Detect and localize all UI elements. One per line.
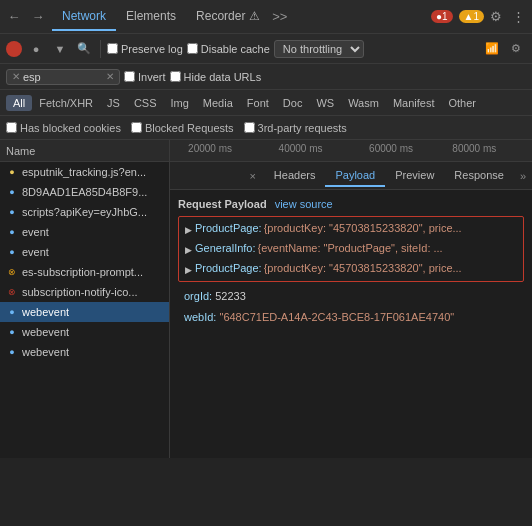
network-toolbar: ● ▼ 🔍 Preserve log Disable cache No thro…: [0, 34, 532, 64]
third-party-checkbox[interactable]: [244, 122, 255, 133]
type-js[interactable]: JS: [100, 95, 127, 111]
filter-icon[interactable]: ▼: [50, 39, 70, 59]
tab-elements[interactable]: Elements: [116, 3, 186, 31]
payload-val-3: {productKey: "45703815233820", price...: [264, 260, 462, 276]
payload-val-2: {eventName: "ProductPage", siteId: ...: [258, 240, 443, 256]
search-box: ✕ esp ✕: [6, 69, 120, 85]
tab-network[interactable]: Network: [52, 3, 116, 31]
warn-file-icon: ⊗: [6, 266, 18, 278]
generic-file-icon: ●: [6, 246, 18, 258]
invert-checkbox[interactable]: [124, 71, 135, 82]
payload-row: ▶ GeneralInfo: {eventName: "ProductPage"…: [183, 239, 519, 259]
payload-title: Request Payload view source: [178, 198, 524, 210]
list-item[interactable]: ● event: [0, 222, 169, 242]
generic-file-icon: ●: [6, 326, 18, 338]
payload-row: ▶ ProductPage: {productKey: "45703815233…: [183, 259, 519, 279]
generic-file-icon: ●: [6, 226, 18, 238]
settings-icon[interactable]: ⚙: [486, 7, 506, 27]
payload-row: ▶ ProductPage: {productKey: "45703815233…: [183, 219, 519, 239]
warn-badge: ▲1: [459, 10, 484, 23]
more-detail-tabs[interactable]: »: [514, 166, 532, 186]
timeline-header: Name 20000 ms 40000 ms 60000 ms 80000 ms: [0, 140, 532, 162]
third-party-label[interactable]: 3rd-party requests: [244, 122, 347, 134]
divider-1: [100, 40, 101, 58]
forward-icon[interactable]: →: [28, 7, 48, 27]
tab-right-icons: ●1 ▲1 ⚙ ⋮: [427, 7, 528, 27]
tick-2: 40000 ms: [279, 143, 323, 154]
blocked-requests-checkbox[interactable]: [131, 122, 142, 133]
tick-1: 20000 ms: [188, 143, 232, 154]
type-css[interactable]: CSS: [127, 95, 164, 111]
main-area: ● esputnik_tracking.js?en... ● 8D9AAD1EA…: [0, 162, 532, 458]
has-blocked-cookies-checkbox[interactable]: [6, 122, 17, 133]
error-file-icon: ⊗: [6, 286, 18, 298]
list-item[interactable]: ● webevent: [0, 342, 169, 362]
clear-button[interactable]: ●: [26, 39, 46, 59]
record-button[interactable]: [6, 41, 22, 57]
tab-recorder[interactable]: Recorder ⚠: [186, 3, 270, 31]
preserve-log-label[interactable]: Preserve log: [107, 43, 183, 55]
list-item[interactable]: ● scripts?apiKey=eyJhbG...: [0, 202, 169, 222]
hide-data-urls-label[interactable]: Hide data URLs: [170, 71, 262, 83]
clear-search-icon[interactable]: ✕: [106, 71, 114, 82]
timeline-bar-area: 20000 ms 40000 ms 60000 ms 80000 ms: [170, 140, 532, 161]
close-detail-button[interactable]: ×: [241, 166, 263, 186]
preserve-log-checkbox[interactable]: [107, 43, 118, 54]
filter-toolbar: ✕ esp ✕ Invert Hide data URLs: [0, 64, 532, 90]
tick-3: 60000 ms: [369, 143, 413, 154]
type-img[interactable]: Img: [164, 95, 196, 111]
tick-4: 80000 ms: [452, 143, 496, 154]
search-input[interactable]: esp: [23, 71, 103, 83]
expand-icon-2[interactable]: ▶: [185, 242, 192, 258]
settings2-icon[interactable]: ⚙: [506, 39, 526, 59]
tab-preview[interactable]: Preview: [385, 165, 444, 187]
view-source-link[interactable]: view source: [275, 198, 333, 210]
list-item[interactable]: ● 8D9AAD1EA85D4B8F9...: [0, 182, 169, 202]
payload-key-2: GeneralInfo:: [195, 240, 256, 256]
payload-plain-2: webId: "648C71ED-A14A-2C43-BCE8-17F061AE…: [178, 307, 524, 328]
blocked-requests-label[interactable]: Blocked Requests: [131, 122, 234, 134]
disable-cache-checkbox[interactable]: [187, 43, 198, 54]
more-tabs-icon[interactable]: >>: [270, 7, 290, 27]
list-item[interactable]: ● event: [0, 242, 169, 262]
type-ws[interactable]: WS: [309, 95, 341, 111]
type-media[interactable]: Media: [196, 95, 240, 111]
list-item[interactable]: ⊗ es-subscription-prompt...: [0, 262, 169, 282]
back-icon[interactable]: ←: [4, 7, 24, 27]
generic-file-icon: ●: [6, 186, 18, 198]
search-icon[interactable]: 🔍: [74, 39, 94, 59]
hide-data-urls-checkbox[interactable]: [170, 71, 181, 82]
expand-icon-3[interactable]: ▶: [185, 262, 192, 278]
payload-val-1: {productKey: "45703815233820", price...: [264, 220, 462, 236]
has-blocked-cookies-label[interactable]: Has blocked cookies: [6, 122, 121, 134]
list-item[interactable]: ⊗ subscription-notify-ico...: [0, 282, 169, 302]
js-file-icon: ●: [6, 166, 18, 178]
payload-area: Request Payload view source ▶ ProductPag…: [170, 190, 532, 458]
more-icon[interactable]: ⋮: [508, 7, 528, 27]
tab-headers[interactable]: Headers: [264, 165, 326, 187]
throttle-select[interactable]: No throttling: [274, 40, 364, 58]
list-item-selected[interactable]: ● webevent: [0, 302, 169, 322]
file-list: ● esputnik_tracking.js?en... ● 8D9AAD1EA…: [0, 162, 170, 458]
generic-file-icon: ●: [6, 206, 18, 218]
list-item[interactable]: ● webevent: [0, 322, 169, 342]
type-fetch-xhr[interactable]: Fetch/XHR: [32, 95, 100, 111]
payload-key-3: ProductPage:: [195, 260, 262, 276]
wifi-icon[interactable]: 📶: [482, 39, 502, 59]
type-other[interactable]: Other: [441, 95, 483, 111]
disable-cache-label[interactable]: Disable cache: [187, 43, 270, 55]
detail-panel: × Headers Payload Preview Response » Req…: [170, 162, 532, 458]
tab-icons: ← →: [4, 7, 48, 27]
type-manifest[interactable]: Manifest: [386, 95, 442, 111]
type-doc[interactable]: Doc: [276, 95, 310, 111]
payload-entry-1: ▶ ProductPage: {productKey: "45703815233…: [178, 216, 524, 282]
list-item[interactable]: ● esputnik_tracking.js?en...: [0, 162, 169, 182]
tab-response[interactable]: Response: [444, 165, 514, 187]
tab-payload[interactable]: Payload: [325, 165, 385, 187]
expand-icon-1[interactable]: ▶: [185, 222, 192, 238]
error-badge: ●1: [431, 10, 453, 23]
type-wasm[interactable]: Wasm: [341, 95, 386, 111]
type-all[interactable]: All: [6, 95, 32, 111]
type-font[interactable]: Font: [240, 95, 276, 111]
invert-label[interactable]: Invert: [124, 71, 166, 83]
